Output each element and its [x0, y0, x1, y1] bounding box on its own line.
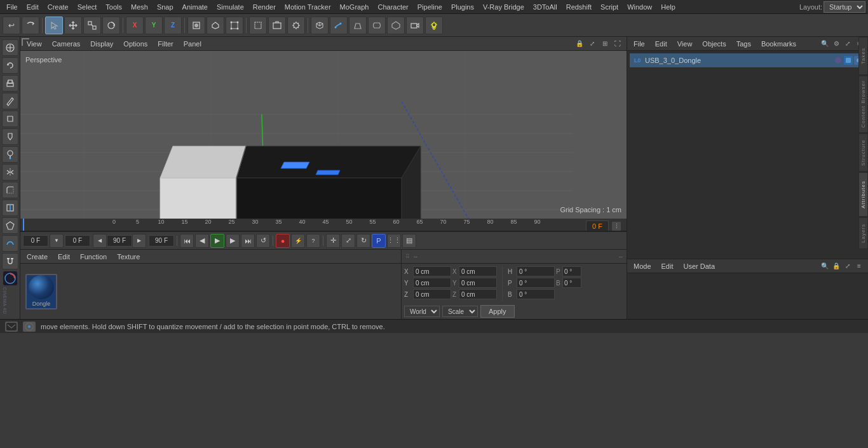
scale-tool[interactable]	[83, 17, 101, 34]
light-btn[interactable]	[425, 17, 443, 34]
viewport-icon-arrows[interactable]: ⤢	[587, 39, 597, 49]
apply-button[interactable]: Apply	[480, 305, 515, 318]
timeline-keys-btn[interactable]: ⋮⋮	[387, 234, 401, 248]
material-edit[interactable]: Edit	[55, 252, 72, 262]
attrs-search-icon[interactable]: 🔍	[820, 261, 830, 271]
start-frame-input[interactable]	[65, 235, 90, 247]
go-to-end-btn[interactable]: ⏭	[241, 234, 255, 248]
objects-edit[interactable]: Edit	[653, 39, 670, 49]
next-frame-btn[interactable]: ▶	[226, 234, 240, 248]
attrs-lock-icon[interactable]: 🔒	[831, 261, 841, 271]
menu-select[interactable]: Select	[74, 2, 101, 12]
object-row-usb[interactable]: L0 USB_3_0_Dongle	[630, 53, 865, 67]
objects-search-icon[interactable]: 🔍	[820, 39, 830, 49]
viewport-menu-options[interactable]: Options	[121, 39, 150, 49]
help-btn[interactable]: ?	[306, 234, 320, 248]
menu-file[interactable]: File	[3, 2, 22, 12]
viewport-menu-cameras[interactable]: Cameras	[50, 39, 83, 49]
menu-character[interactable]: Character	[374, 2, 412, 12]
current-frame-input[interactable]	[23, 235, 48, 247]
symmetry-tool[interactable]	[2, 164, 18, 180]
menu-pipeline[interactable]: Pipeline	[414, 2, 446, 12]
auto-key-btn[interactable]: ⚡	[291, 234, 305, 248]
extrude-tool[interactable]	[2, 75, 18, 92]
attrs-user-data[interactable]: User Data	[681, 261, 718, 271]
cube-btn[interactable]	[311, 17, 329, 34]
b-input[interactable]	[562, 278, 581, 288]
redo-button[interactable]	[22, 17, 39, 34]
viewport-icon-grid[interactable]: ⊞	[600, 39, 610, 49]
attrs-edit[interactable]: Edit	[659, 261, 676, 271]
brush-tool[interactable]	[2, 128, 18, 145]
param-key-btn[interactable]: P	[372, 234, 386, 248]
x-pos-input[interactable]	[413, 266, 451, 276]
objects-objects[interactable]: Objects	[700, 39, 728, 49]
frame-input-arrow[interactable]: ▼	[50, 234, 64, 248]
viewport-canvas[interactable]: X Y Z Perspective Grid Spacing : 1 cm	[20, 51, 627, 219]
menu-tools[interactable]: Tools	[102, 2, 126, 12]
viewport-icon-lock[interactable]: 🔒	[574, 39, 585, 49]
render-to-picture-btn[interactable]	[268, 17, 286, 34]
menu-render[interactable]: Render	[249, 2, 280, 12]
move-key-btn[interactable]: ✛	[326, 234, 340, 248]
material-create[interactable]: Create	[24, 252, 50, 262]
edge-mode-btn[interactable]	[226, 17, 243, 34]
smooth-tool[interactable]	[2, 235, 18, 252]
menu-vray[interactable]: V-Ray Bridge	[479, 2, 528, 12]
object-mode-btn[interactable]	[187, 17, 205, 34]
loop-cut-tool[interactable]	[2, 200, 18, 216]
frame-end-arrow[interactable]: ▶	[132, 234, 146, 248]
bevel-tool[interactable]	[2, 182, 18, 198]
undo-button[interactable]: ↩	[3, 17, 20, 34]
move-tool[interactable]	[64, 17, 82, 34]
tab-layers[interactable]: Layers	[858, 217, 868, 249]
p-rot-input[interactable]	[517, 278, 555, 288]
objects-tags[interactable]: Tags	[734, 39, 754, 49]
knife-tool[interactable]	[2, 93, 18, 109]
camera-btn[interactable]	[406, 17, 424, 34]
menu-mesh[interactable]: Mesh	[127, 2, 152, 12]
polygon-mode-btn[interactable]	[207, 17, 224, 34]
objects-file[interactable]: File	[631, 39, 648, 49]
move-tool-left[interactable]	[2, 39, 18, 56]
render-settings-btn[interactable]	[287, 17, 305, 34]
record-btn[interactable]: ●	[276, 234, 290, 248]
menu-animate[interactable]: Animate	[179, 2, 212, 12]
frame-start-arrow-l[interactable]: ◀	[93, 234, 107, 248]
objects-filter-icon[interactable]: ⚙	[831, 39, 841, 49]
menu-script[interactable]: Script	[597, 2, 622, 12]
menu-redshift[interactable]: Redshift	[562, 2, 595, 12]
status-icon-1[interactable]	[5, 322, 18, 332]
scale-key-btn[interactable]: ⤢	[341, 234, 355, 248]
attrs-mode[interactable]: Mode	[631, 261, 654, 271]
attrs-expand-icon[interactable]: ⤢	[843, 261, 853, 271]
menu-create[interactable]: Create	[44, 2, 72, 12]
timeline-view-btn[interactable]: ▤	[402, 234, 416, 248]
object-visibility-dot[interactable]	[835, 57, 841, 64]
tab-structure[interactable]: Structure	[858, 133, 868, 172]
deformer-btn[interactable]	[368, 17, 386, 34]
tab-attributes[interactable]: Attributes	[858, 172, 868, 217]
viewport-container[interactable]: View Cameras Display Options Filter Pane…	[20, 37, 627, 219]
status-icon-2[interactable]	[23, 322, 36, 332]
menu-help[interactable]: Help	[657, 2, 679, 12]
viewport-icon-expand[interactable]: ⛶	[613, 39, 623, 49]
tab-content-browser[interactable]: Content Browser	[858, 76, 868, 133]
select-tool[interactable]	[45, 17, 63, 34]
menu-simulate[interactable]: Simulate	[213, 2, 248, 12]
rotate-key-btn[interactable]: ↻	[356, 234, 370, 248]
attrs-settings-icon[interactable]: ≡	[854, 261, 864, 271]
z-pos-input[interactable]	[413, 289, 451, 299]
y-size-input[interactable]	[459, 278, 497, 288]
viewport-menu-display[interactable]: Display	[88, 39, 116, 49]
paint-tool[interactable]	[2, 146, 18, 163]
scale-dropdown[interactable]: Scale	[442, 306, 478, 317]
material-function[interactable]: Function	[78, 252, 109, 262]
viewport-menu-panel[interactable]: Panel	[181, 39, 204, 49]
prev-frame-btn[interactable]: ◀	[195, 234, 209, 248]
b-rot-input[interactable]	[517, 289, 555, 299]
fields-btn[interactable]	[387, 17, 405, 34]
rotate-tool-left[interactable]	[2, 57, 18, 74]
y-pos-input[interactable]	[413, 278, 451, 288]
p-input[interactable]	[562, 266, 581, 276]
